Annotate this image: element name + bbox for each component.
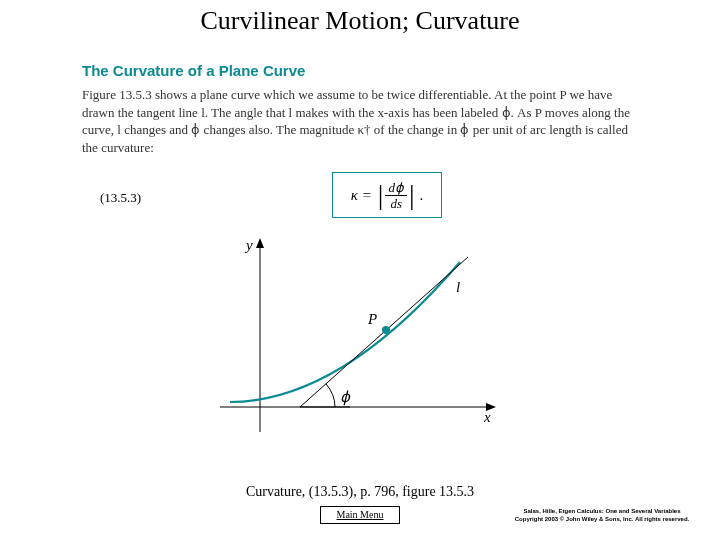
axis-x-label: x xyxy=(483,409,491,425)
figure-svg: y x l P ϕ xyxy=(200,232,520,462)
credits: Salas, Hille, Etgen Calculus: One and Se… xyxy=(502,508,702,524)
credits-line-2: Copyright 2003 © John Wiley & Sons, Inc.… xyxy=(502,516,702,524)
point-p-label: P xyxy=(367,311,377,327)
fraction-denominator: ds xyxy=(390,196,402,210)
page-title: Curvilinear Motion; Curvature xyxy=(0,6,720,36)
abs-bar-left: | xyxy=(376,181,386,209)
main-menu-button[interactable]: Main Menu xyxy=(320,506,400,524)
fraction-numerator: dϕ xyxy=(385,181,407,196)
formula-fraction: dϕ ds xyxy=(385,181,407,210)
axis-y-label: y xyxy=(244,237,253,253)
section-heading: The Curvature of a Plane Curve xyxy=(82,62,305,79)
credits-line-1: Salas, Hille, Etgen Calculus: One and Se… xyxy=(502,508,702,516)
equation-label: (13.5.3) xyxy=(100,190,141,206)
figure-caption: Curvature, (13.5.3), p. 796, figure 13.5… xyxy=(0,484,720,500)
svg-point-6 xyxy=(382,326,390,334)
curvature-formula: κ = | dϕ ds | . xyxy=(332,172,442,218)
body-paragraph: Figure 13.5.3 shows a plane curve which … xyxy=(82,86,642,156)
slide: Curvilinear Motion; Curvature The Curvat… xyxy=(0,0,720,540)
formula-kappa: κ = xyxy=(351,187,376,204)
formula-period: . xyxy=(417,187,424,204)
abs-bar-right: | xyxy=(407,181,417,209)
tangent-label: l xyxy=(456,279,460,295)
formula-abs: | dϕ ds | xyxy=(376,181,417,210)
svg-marker-1 xyxy=(256,238,264,248)
figure-plane-curve: y x l P ϕ xyxy=(200,232,520,462)
phi-label: ϕ xyxy=(340,389,351,406)
